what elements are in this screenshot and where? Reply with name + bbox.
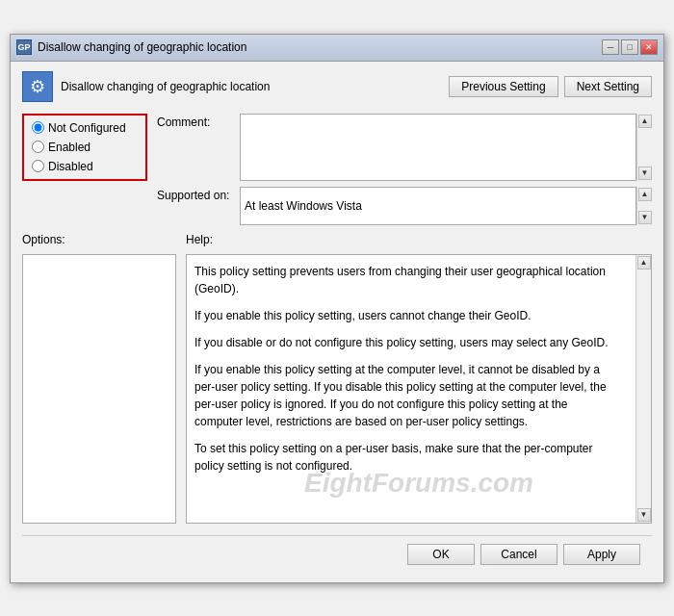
- header-left: ⚙ Disallow changing of geographic locati…: [22, 71, 270, 102]
- options-section: [22, 254, 176, 524]
- supported-value: At least Windows Vista: [245, 199, 362, 213]
- prev-setting-button[interactable]: Previous Setting: [449, 76, 557, 97]
- comment-scrollbar: ▲ ▼: [636, 114, 652, 181]
- supported-row: Supported on: At least Windows Vista ▲ ▼: [157, 187, 652, 225]
- title-bar: GP Disallow changing of geographic locat…: [11, 35, 663, 62]
- window-title: Disallow changing of geographic location: [38, 40, 246, 54]
- disabled-label: Disabled: [48, 160, 93, 173]
- not-configured-label: Not Configured: [48, 121, 126, 135]
- dialog-window: GP Disallow changing of geographic locat…: [10, 34, 664, 583]
- policy-title: Disallow changing of geographic location: [61, 80, 270, 93]
- help-scroll-up[interactable]: ▲: [637, 256, 651, 270]
- cancel-button[interactable]: Cancel: [480, 544, 557, 565]
- ok-button[interactable]: OK: [407, 544, 475, 565]
- options-section-label: Options:: [22, 233, 65, 246]
- enabled-label: Enabled: [48, 141, 91, 154]
- options-box: [22, 254, 176, 524]
- supported-value-box: At least Windows Vista: [240, 187, 636, 225]
- header-buttons: Previous Setting Next Setting: [449, 76, 652, 97]
- dialog-body: ⚙ Disallow changing of geographic locati…: [11, 62, 663, 582]
- supported-label: Supported on:: [157, 187, 234, 202]
- window-controls: ─ □ ✕: [602, 39, 658, 55]
- supported-scroll-down[interactable]: ▼: [638, 211, 652, 224]
- radio-enabled-input[interactable]: [32, 141, 44, 153]
- content-boxes: This policy setting prevents users from …: [22, 254, 652, 524]
- help-section: This policy setting prevents users from …: [186, 254, 652, 524]
- comment-label: Comment:: [157, 114, 234, 129]
- help-scrollbar: ▲ ▼: [635, 255, 651, 523]
- next-setting-button[interactable]: Next Setting: [564, 76, 652, 97]
- policy-icon: ⚙: [22, 71, 53, 102]
- help-para-1: This policy setting prevents users from …: [194, 263, 612, 297]
- header-row: ⚙ Disallow changing of geographic locati…: [22, 71, 652, 102]
- right-panel: Comment: ▲ ▼ Supported on: At least: [157, 114, 652, 225]
- help-para-5: To set this policy setting on a per-user…: [194, 440, 612, 475]
- maximize-button[interactable]: □: [621, 39, 638, 55]
- comment-scroll-down[interactable]: ▼: [638, 167, 652, 180]
- help-label-col: Help:: [186, 233, 652, 246]
- radio-disabled[interactable]: Disabled: [32, 160, 138, 173]
- bottom-bar: OK Cancel Apply: [22, 535, 652, 573]
- radio-enabled[interactable]: Enabled: [32, 141, 138, 154]
- supported-scroll-up[interactable]: ▲: [638, 188, 652, 201]
- close-button[interactable]: ✕: [640, 39, 658, 55]
- supported-wrapper: At least Windows Vista ▲ ▼: [240, 187, 652, 225]
- main-content: Not Configured Enabled Disabled Comm: [22, 114, 652, 225]
- help-para-3: If you disable or do not configure this …: [194, 334, 612, 351]
- minimize-button[interactable]: ─: [602, 39, 619, 55]
- title-bar-left: GP Disallow changing of geographic locat…: [16, 39, 246, 55]
- comment-wrapper: ▲ ▼: [240, 114, 652, 181]
- comment-scroll-up[interactable]: ▲: [638, 115, 652, 128]
- help-para-4: If you enable this policy setting at the…: [194, 361, 612, 430]
- options-label-col: Options:: [22, 233, 176, 246]
- radio-disabled-input[interactable]: [32, 160, 44, 172]
- help-section-label: Help:: [186, 233, 213, 246]
- app-icon: GP: [16, 39, 32, 55]
- help-box: This policy setting prevents users from …: [186, 254, 652, 524]
- radio-not-configured[interactable]: Not Configured: [32, 121, 138, 135]
- help-text-container: This policy setting prevents users from …: [194, 263, 632, 515]
- radio-group: Not Configured Enabled Disabled: [22, 114, 147, 181]
- apply-button[interactable]: Apply: [563, 544, 640, 565]
- radio-not-configured-input[interactable]: [32, 121, 44, 134]
- comment-textarea[interactable]: [240, 114, 636, 181]
- help-scroll-down[interactable]: ▼: [637, 508, 651, 522]
- help-para-2: If you enable this policy setting, users…: [194, 307, 612, 324]
- left-panel: Not Configured Enabled Disabled: [22, 114, 147, 225]
- sections-wrapper: Options: Help:: [22, 233, 652, 246]
- comment-row: Comment: ▲ ▼: [157, 114, 652, 181]
- supported-scrollbar: ▲ ▼: [636, 187, 652, 225]
